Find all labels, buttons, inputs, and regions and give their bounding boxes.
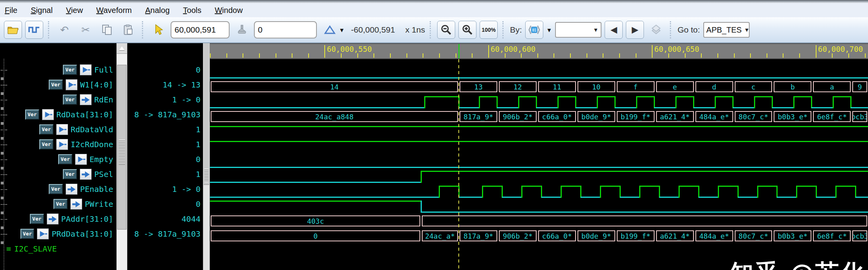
zoom-full-button[interactable]: 100% [480, 21, 498, 39]
wave-segment [439, 186, 459, 187]
signal-row-empty[interactable]: VerEmpty [58, 153, 113, 165]
signal-row-rddatavld[interactable]: VerRdDataVld [39, 124, 113, 135]
wave-segment [600, 186, 620, 187]
signal-row-rddata310[interactable]: VerRdData[31:0] [25, 109, 113, 120]
group-row-i2c-slave[interactable]: = I2C_SLAVE [6, 244, 57, 254]
menu-file[interactable]: File [5, 6, 17, 15]
ruler-time-label: 60,000,600 [491, 45, 535, 53]
select-cursor-button[interactable] [149, 21, 167, 39]
scrollbar-thumb[interactable] [117, 65, 127, 230]
ruler-major-tick [816, 45, 817, 58]
ruler-time-label: 60,000,700 [818, 45, 863, 53]
cursor-time-input[interactable] [171, 21, 230, 38]
wave-segment [718, 186, 738, 187]
scrollbar-up-button[interactable] [117, 43, 127, 54]
wave-segment [421, 171, 868, 172]
ver-badge: Ver [39, 124, 53, 135]
wave-edge [793, 96, 794, 108]
wave-edge [497, 96, 498, 108]
wave-edge [421, 201, 422, 213]
signal-row-w140[interactable]: VerW1[4:0] [49, 79, 113, 91]
menu-view[interactable]: View [66, 6, 83, 15]
menu-waveform[interactable]: Waveform [96, 6, 132, 15]
scrollbar-thumb[interactable] [204, 43, 209, 185]
search-value-combobox[interactable]: ▼ [555, 22, 601, 38]
menu-analog[interactable]: Analog [145, 6, 169, 15]
signal-row-i2crddone[interactable]: VerI2cRdDone [39, 139, 113, 150]
wave-edge [732, 96, 734, 108]
wave-edge [796, 186, 797, 198]
signal-row-psel[interactable]: VerPSel [63, 168, 113, 180]
delta-dropdown-arrow-icon[interactable]: ▼ [339, 27, 345, 33]
watermark-text: 知乎 @苏化 [730, 257, 866, 270]
tree-node-marker [1, 182, 4, 184]
tree-node-marker [1, 122, 4, 125]
net-icon [75, 154, 87, 165]
zoom-in-button[interactable] [458, 21, 476, 39]
get-signals-button[interactable] [25, 21, 43, 39]
tree-branch [1, 70, 7, 71]
goto-scope-combobox[interactable]: APB_TES ▼ [703, 22, 750, 38]
bus-value-segment: 906b_2* [499, 111, 537, 122]
signal-row-penable[interactable]: VerPEnable [49, 183, 113, 195]
menu-window[interactable]: Window [215, 6, 243, 15]
wave-segment [738, 197, 758, 198]
bus-value-segment: d [695, 81, 733, 92]
ruler-minor-tick [210, 53, 211, 58]
zoom-out-button[interactable] [437, 21, 455, 39]
wave-segment [576, 107, 597, 108]
combo-arrow-icon[interactable]: ▼ [590, 27, 601, 33]
signal-value: 0 [128, 153, 200, 165]
waveform-icon [28, 24, 40, 36]
combo-arrow-icon[interactable]: ▼ [744, 27, 750, 33]
ruler-minor-tick [717, 53, 718, 58]
signal-row-prddata310[interactable]: VerPRdData[31:0] [20, 228, 113, 240]
tree-branch [1, 174, 7, 175]
up-arrow-icon [119, 46, 125, 50]
signal-row-paddr310[interactable]: VerPAddr[31:0] [30, 213, 113, 225]
signal-value: 14 -> 13 [128, 79, 200, 91]
wave-segment [733, 107, 754, 108]
signal-row-full[interactable]: VerFull [63, 64, 113, 76]
menu-signal[interactable]: Signal [31, 6, 53, 15]
folder-icon [7, 24, 19, 36]
wave-segment [210, 126, 868, 127]
ruler-time-label: 60,000,550 [327, 45, 371, 53]
ver-badge: Ver [63, 95, 77, 105]
ruler-major-tick [324, 45, 325, 58]
signal-row-rden[interactable]: VerRdEn [63, 94, 113, 106]
paste-button[interactable] [119, 21, 137, 39]
cut-button[interactable]: ✂ [77, 21, 95, 39]
input-port-icon [80, 169, 92, 180]
wave-edge [855, 186, 856, 198]
bookmark-button[interactable] [647, 21, 665, 39]
group-expand-icon[interactable]: = [6, 244, 11, 254]
time-ruler[interactable]: 60,000,55060,000,60060,000,65060,000,700 [210, 43, 868, 59]
wave-segment [519, 96, 536, 97]
search-backward-button[interactable]: ◀ [605, 21, 623, 39]
toolbar-separator [430, 21, 432, 38]
wave-edge [580, 186, 581, 198]
values-scrollbar[interactable] [203, 43, 210, 270]
search-forward-button[interactable]: ▶ [626, 21, 644, 39]
time-cursor-line[interactable] [458, 59, 459, 270]
undo-button[interactable]: ↶ [55, 21, 74, 39]
open-file-button[interactable] [4, 21, 22, 39]
copy-button[interactable] [98, 21, 116, 39]
waveform-canvas[interactable]: 60,000,55060,000,60060,000,65060,000,700… [210, 43, 868, 270]
names-scrollbar[interactable] [116, 43, 127, 270]
signal-name: PSel [94, 170, 113, 179]
ruler-minor-tick [701, 53, 702, 58]
marker-time-input[interactable] [254, 21, 317, 38]
bus-value-segment: 9 [852, 81, 867, 92]
marker-button[interactable] [233, 21, 251, 39]
wave-edge [757, 186, 758, 198]
ver-badge: Ver [39, 139, 53, 150]
wave-segment [210, 167, 868, 168]
search-mode-dropdown-arrow-icon[interactable]: ▼ [546, 27, 552, 33]
signal-row-pwrite[interactable]: VerPWrite [53, 198, 113, 210]
menu-tools[interactable]: Tools [183, 6, 202, 15]
wave-segment [536, 107, 558, 108]
search-by-value-button[interactable]: 01 [525, 21, 543, 39]
tree-branch [1, 130, 7, 130]
